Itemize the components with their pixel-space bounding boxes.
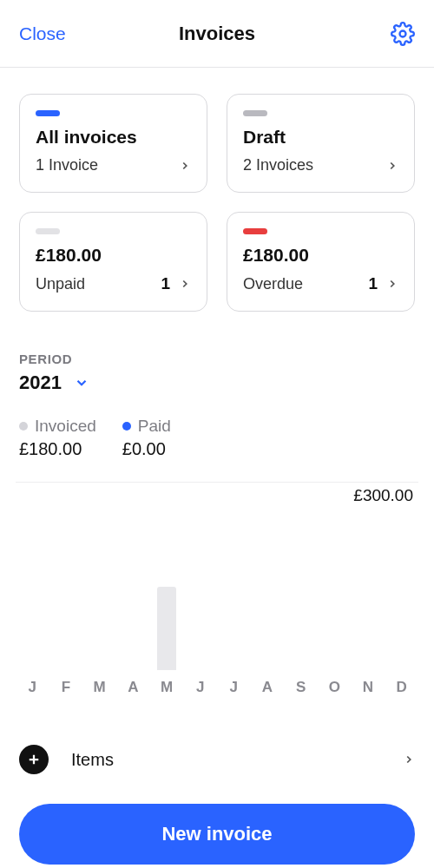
card-title: All invoices — [36, 127, 191, 148]
page-title: Invoices — [179, 23, 255, 45]
bar-cell — [16, 523, 49, 670]
card-label: Unpaid — [36, 275, 85, 293]
card-subtitle: 2 Invoices — [243, 156, 313, 174]
bar-invoiced — [157, 587, 176, 670]
legend-value: £180.00 — [19, 439, 96, 459]
status-chip — [36, 228, 60, 234]
card-count: 1 — [161, 274, 170, 293]
month-label: M — [82, 679, 116, 696]
year-value: 2021 — [19, 372, 62, 394]
card-overdue[interactable]: £180.00 Overdue 1 — [227, 212, 415, 312]
month-label: S — [284, 679, 318, 696]
legend-dot-icon — [122, 422, 131, 431]
card-all-invoices[interactable]: All invoices 1 Invoice — [19, 94, 207, 193]
svg-point-0 — [400, 30, 406, 36]
items-label: Items — [71, 750, 114, 770]
month-label: N — [352, 679, 385, 696]
month-label: A — [251, 679, 285, 696]
legend-name: Paid — [138, 417, 171, 436]
card-draft[interactable]: Draft 2 Invoices — [227, 94, 415, 193]
status-chip — [36, 110, 60, 116]
month-label: O — [318, 679, 352, 696]
legend-value: £0.00 — [122, 439, 171, 459]
chevron-right-icon — [386, 278, 398, 290]
legend-dot-icon — [19, 422, 28, 431]
gear-icon — [391, 22, 415, 46]
chart-legend: Invoiced £180.00 Paid £0.00 — [19, 417, 415, 459]
x-axis-labels: JFMAMJJASOND — [16, 679, 418, 696]
bar-cell — [150, 523, 184, 670]
card-unpaid[interactable]: £180.00 Unpaid 1 — [19, 212, 207, 312]
bar-cell — [385, 523, 418, 670]
chevron-right-icon — [179, 160, 191, 172]
bar-cell — [82, 523, 116, 670]
bar-cell — [352, 523, 385, 670]
bar-cell — [49, 523, 83, 670]
status-chip — [243, 228, 267, 234]
card-label: Overdue — [243, 275, 303, 293]
month-label: F — [49, 679, 83, 696]
new-invoice-button[interactable]: New invoice — [19, 804, 415, 865]
legend-paid: Paid £0.00 — [122, 417, 171, 459]
settings-button[interactable] — [391, 22, 415, 46]
card-amount: £180.00 — [36, 245, 191, 266]
period-label: PERIOD — [19, 352, 415, 366]
bar-cell — [116, 523, 150, 670]
close-button[interactable]: Close — [19, 23, 66, 44]
month-label: J — [16, 679, 49, 696]
month-label: A — [116, 679, 150, 696]
card-title: Draft — [243, 127, 398, 148]
items-row[interactable]: Items — [19, 745, 415, 774]
bar-cell — [217, 523, 251, 670]
card-count: 1 — [368, 274, 378, 293]
card-amount: £180.00 — [243, 245, 398, 266]
month-label: M — [150, 679, 184, 696]
status-chip — [243, 110, 267, 116]
y-axis-max-label: £300.00 — [16, 486, 418, 505]
plus-icon — [26, 752, 42, 767]
month-label: J — [183, 679, 217, 696]
chevron-down-icon — [74, 375, 89, 391]
month-label: D — [385, 679, 418, 696]
app-header: Close Invoices — [0, 0, 434, 68]
bar-cell — [284, 523, 318, 670]
add-item-button[interactable] — [19, 745, 49, 774]
period-section: PERIOD 2021 Invoiced £180.00 Paid £0.00 — [0, 312, 434, 459]
chevron-right-icon — [386, 160, 398, 172]
month-label: J — [217, 679, 251, 696]
card-subtitle: 1 Invoice — [36, 156, 98, 174]
bar-cell — [318, 523, 352, 670]
legend-name: Invoiced — [35, 417, 96, 436]
bar-cell — [251, 523, 285, 670]
invoice-chart: £300.00 JFMAMJJASOND — [0, 482, 434, 696]
chart-bars — [16, 523, 418, 670]
summary-cards: All invoices 1 Invoice Draft 2 Invoices … — [0, 68, 434, 312]
year-selector[interactable]: 2021 — [19, 372, 415, 394]
bar-cell — [183, 523, 217, 670]
chevron-right-icon — [179, 278, 191, 290]
chevron-right-icon — [403, 753, 415, 766]
legend-invoiced: Invoiced £180.00 — [19, 417, 96, 459]
